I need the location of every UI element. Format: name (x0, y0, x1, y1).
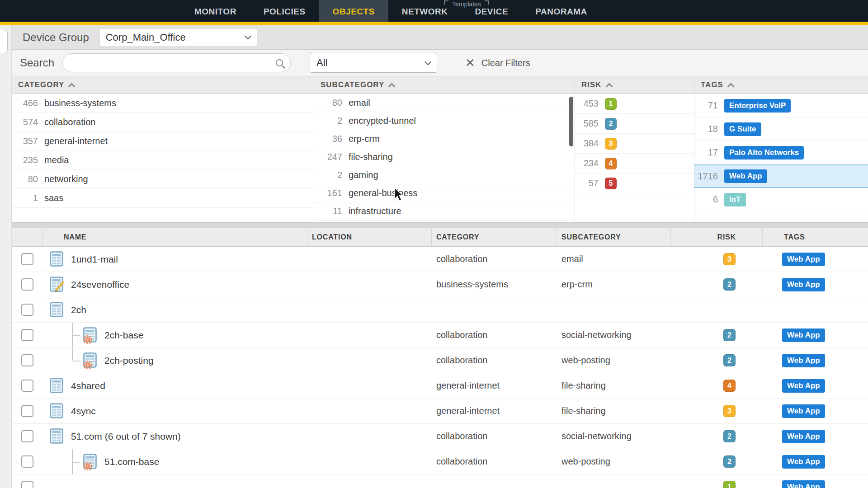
subcategory-filter-item[interactable]: 80email (314, 94, 575, 112)
application-name-link[interactable]: 2ch (71, 305, 86, 315)
column-header-risk[interactable]: RISK (671, 228, 763, 246)
bracket-left-icon (444, 0, 448, 5)
filter-label: infrastructure (349, 206, 401, 216)
search-input[interactable] (70, 58, 276, 68)
table-row: 2ch-basecollaborationsocial-networking2W… (12, 323, 868, 348)
subcategory-filter-panel: SUBCATEGORY 80email2encrypted-tunnel36er… (314, 76, 575, 222)
row-checkbox-cell (12, 424, 43, 449)
subcategory-cell: file-sharing (557, 373, 671, 398)
filter-count: 80 (12, 174, 38, 184)
row-checkbox[interactable] (21, 253, 33, 265)
row-checkbox-cell (12, 323, 43, 347)
filter-count: 1 (12, 193, 38, 203)
subcategory-filter-item[interactable]: 11infrastructure (314, 202, 575, 221)
risk-filter-header[interactable]: RISK (575, 76, 694, 94)
subcategory-scrollbar-thumb[interactable] (569, 97, 573, 146)
risk-filter-panel: RISK 4531585238432344575 (575, 76, 694, 222)
search-scope-select[interactable]: All (310, 53, 437, 73)
row-checkbox[interactable] (21, 354, 33, 366)
filter-count: 2 (314, 116, 342, 126)
subcategory-filter-item[interactable]: 2gaming (314, 166, 575, 184)
tag-pill: Palo Alto Networks (724, 146, 804, 160)
device-group-value: Corp_Main_Office (106, 32, 186, 43)
risk-filter-item[interactable]: 4531 (575, 94, 694, 114)
row-checkbox[interactable] (21, 380, 33, 392)
category-filter-item[interactable]: 235media (12, 151, 314, 170)
risk-filter-item[interactable]: 2344 (575, 154, 694, 174)
filter-label: erp-crm (349, 134, 380, 144)
tags-filter-header[interactable]: TAGS (694, 76, 868, 94)
subcategory-filter-item[interactable]: 36erp-crm (314, 130, 575, 148)
tags-cell (763, 297, 868, 322)
row-checkbox[interactable] (21, 304, 33, 316)
collapsed-side-panel-tab[interactable] (0, 30, 8, 53)
risk-badge-2: 2 (723, 455, 736, 468)
name-cell: 4sync (43, 399, 307, 423)
subcategory-filter-item[interactable]: 161general-business (314, 184, 575, 202)
application-icon (49, 403, 66, 420)
risk-badge-3: 3 (723, 405, 736, 417)
category-filter-item[interactable]: 466business-systems (12, 94, 314, 113)
category-filter-item[interactable]: 1saas (12, 189, 314, 208)
row-checkbox[interactable] (21, 278, 33, 291)
tag-filter-item[interactable]: 18G Suite (694, 117, 868, 141)
column-header-name[interactable]: NAME (43, 228, 307, 246)
risk-filter-item[interactable]: 575 (575, 174, 694, 193)
row-checkbox[interactable] (21, 455, 33, 468)
filter-label: collaboration (44, 117, 95, 127)
nav-tab-objects[interactable]: OBJECTS (319, 0, 388, 22)
subcategory-filter-item[interactable]: 247file-sharing (314, 148, 575, 166)
category-filter-item[interactable]: 80networking (12, 170, 314, 189)
row-checkbox[interactable] (21, 481, 33, 488)
tag-filter-item[interactable]: 6IoT (694, 188, 868, 211)
tags-filter-list: 71Enterprise VoIP18G Suite17Palo Alto Ne… (694, 94, 868, 211)
application-name-link[interactable]: 2ch-posting (104, 355, 154, 366)
column-header-category[interactable]: CATEGORY (432, 228, 557, 246)
subcategory-cell: file-sharing (557, 399, 671, 423)
column-header-location[interactable]: LOCATION (307, 228, 432, 246)
column-header-subcategory[interactable]: SUBCATEGORY (557, 228, 671, 246)
category-filter-item[interactable]: 357general-internet (12, 132, 314, 151)
risk-filter-item[interactable]: 3843 (575, 134, 694, 154)
application-name-link[interactable]: 24sevenoffice (71, 279, 129, 290)
name-cell: 51.com (6 out of 7 shown) (43, 424, 307, 449)
category-cell: business-systems (432, 272, 557, 297)
tag-pill: Web App (724, 169, 767, 183)
application-name-link[interactable]: 4sync (71, 406, 96, 417)
search-icon[interactable] (276, 59, 283, 66)
application-name-link[interactable]: 51.com (6 out of 7 shown) (71, 431, 181, 442)
tag-filter-item[interactable]: 1716Web App (694, 164, 868, 188)
clear-filters-button[interactable]: Clear Filters (481, 58, 530, 68)
search-field-wrap (62, 53, 291, 72)
custom-application-gear-icon (83, 327, 99, 344)
filter-count: 234 (575, 158, 599, 169)
row-checkbox[interactable] (21, 329, 33, 341)
clear-filters-icon[interactable]: ✕ (465, 56, 475, 70)
device-group-select[interactable]: Corp_Main_Office (99, 28, 257, 47)
filter-count: 71 (694, 100, 718, 111)
subcategory-filter-item[interactable]: 2encrypted-tunnel (314, 112, 575, 130)
nav-tab-panorama[interactable]: PANORAMA (522, 0, 600, 22)
row-checkbox[interactable] (21, 405, 33, 417)
tags-cell: Web App (763, 424, 868, 449)
tag-filter-item[interactable]: 71Enterprise VoIP (694, 94, 868, 117)
column-header-tags[interactable]: TAGS (763, 228, 868, 246)
row-checkbox[interactable] (21, 430, 33, 442)
subcategory-filter-header[interactable]: SUBCATEGORY (314, 76, 575, 94)
application-name-link[interactable]: 4shared (71, 380, 105, 391)
sort-ascending-icon (727, 83, 735, 90)
nav-tab-monitor[interactable]: MONITOR (181, 0, 250, 22)
filter-count: 1716 (694, 171, 718, 182)
tags-cell: Web App (763, 373, 868, 398)
nav-tab-policies[interactable]: POLICIES (250, 0, 319, 22)
tags-filter-panel: TAGS 71Enterprise VoIP18G Suite17Palo Al… (694, 76, 868, 222)
application-name-link[interactable]: 1und1-mail (71, 254, 118, 265)
risk-filter-item[interactable]: 5852 (575, 114, 694, 134)
category-cell: collaboration (432, 348, 557, 373)
filter-count: 36 (314, 134, 342, 144)
tag-filter-item[interactable]: 17Palo Alto Networks (694, 141, 868, 164)
category-filter-item[interactable]: 574collaboration (12, 113, 314, 132)
category-filter-header[interactable]: CATEGORY (12, 76, 314, 94)
application-name-link[interactable]: 2ch-base (104, 330, 143, 341)
application-name-link[interactable]: 51.com-base (104, 456, 159, 467)
